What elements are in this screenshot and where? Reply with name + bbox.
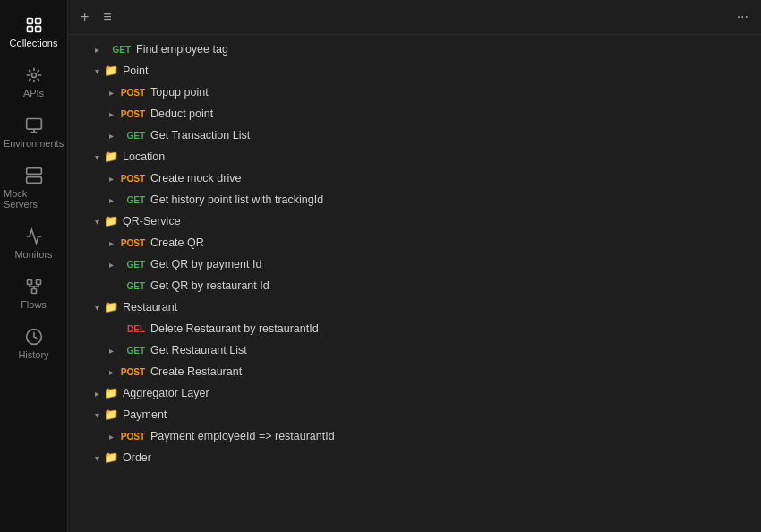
sidebar-item-collections[interactable]: Collections	[0, 7, 67, 57]
chevron-icon	[104, 343, 118, 357]
svg-rect-0	[27, 19, 32, 24]
tree-container: GET Find employee tag 📁 Point POST Topup…	[68, 35, 761, 532]
chevron-icon	[104, 429, 118, 443]
method-badge-post: POST	[118, 109, 145, 119]
sidebar-item-flows[interactable]: Flows	[0, 269, 67, 319]
method-badge-get: GET	[118, 195, 145, 205]
chevron-icon	[104, 85, 118, 99]
folder-name: Point	[123, 64, 149, 77]
chevron-icon	[90, 150, 104, 164]
folder-name: Order	[123, 451, 151, 464]
sidebar-label-monitors: Monitors	[14, 249, 52, 260]
method-badge-get: GET	[118, 281, 145, 291]
tree-item-location-folder[interactable]: 📁 Location	[68, 146, 761, 167]
sidebar-label-apis: APIs	[23, 88, 44, 99]
sidebar-label-history: History	[18, 349, 48, 360]
folder-name: Restaurant	[123, 301, 177, 313]
tree-item-get-qr-payment[interactable]: GET Get QR by payment Id	[68, 253, 761, 275]
method-badge-get: GET	[118, 346, 145, 356]
sidebar-item-apis[interactable]: APIs	[0, 57, 67, 107]
item-name: Get Transaction List	[150, 129, 250, 142]
tree-item-delete-restaurant[interactable]: DEL Delete Restaurant by restaurantId	[68, 318, 761, 339]
item-name: Deduct point	[150, 107, 213, 120]
folder-name: QR-Service	[123, 215, 181, 227]
chevron-icon	[90, 408, 104, 422]
chevron-icon	[90, 450, 104, 465]
folder-icon: 📁	[104, 408, 118, 422]
svg-rect-5	[26, 119, 41, 130]
folder-icon: 📁	[104, 64, 118, 78]
chevron-icon	[90, 214, 104, 228]
method-badge-del: DEL	[118, 324, 145, 334]
tree-item-aggregator-folder[interactable]: 📁 Aggregator Layer	[68, 382, 761, 404]
chevron-icon	[104, 128, 118, 142]
tree-item-payment-folder[interactable]: 📁 Payment	[68, 404, 761, 425]
chevron-icon	[90, 64, 104, 78]
folder-icon: 📁	[104, 214, 118, 228]
folder-icon: 📁	[104, 150, 118, 164]
sidebar-item-environments[interactable]: Environments	[0, 107, 67, 158]
chevron-icon	[104, 257, 118, 271]
add-button[interactable]: +	[77, 7, 92, 27]
chevron-icon	[90, 42, 104, 56]
tree-item-get-restaurant-list[interactable]: GET Get Restaurant List	[68, 339, 761, 361]
tree-item-create-mock-drive[interactable]: POST Create mock drive	[68, 167, 761, 189]
svg-rect-11	[36, 280, 40, 285]
folder-name: Location	[123, 150, 165, 163]
method-badge-get: GET	[104, 45, 131, 55]
svg-rect-7	[26, 177, 41, 184]
svg-point-4	[31, 73, 36, 78]
item-name: Payment employeeId => restaurantId	[150, 430, 335, 442]
sidebar-item-monitors[interactable]: Monitors	[0, 219, 67, 269]
chevron-icon	[104, 365, 118, 379]
item-name: Get Restaurant List	[150, 344, 247, 356]
item-name: Get history point list with trackingId	[150, 193, 323, 206]
method-badge-post: POST	[118, 367, 145, 377]
tree-item-create-restaurant[interactable]: POST Create Restaurant	[68, 361, 761, 382]
filter-button[interactable]: ≡	[99, 7, 115, 27]
tree-item-payment-employee[interactable]: POST Payment employeeId => restaurantId	[68, 425, 761, 447]
chevron-icon	[104, 193, 118, 207]
folder-name: Payment	[123, 408, 167, 421]
tree-item-point-folder[interactable]: 📁 Point	[68, 60, 761, 82]
sidebar-label-collections: Collections	[10, 38, 58, 48]
item-name: Create Restaurant	[150, 365, 242, 378]
method-badge-post: POST	[118, 88, 145, 98]
chevron-icon	[104, 236, 118, 250]
sidebar-label-environments: Environments	[4, 138, 64, 149]
main-panel: + ≡ ··· GET Find employee tag 📁 Point PO…	[68, 0, 761, 532]
tree-item-get-qr-restaurant[interactable]: GET Get QR by restaurant Id	[68, 275, 761, 296]
item-name: Find employee tag	[136, 43, 228, 56]
tree-item-get-transaction-list[interactable]: GET Get Transaction List	[68, 124, 761, 146]
svg-rect-12	[31, 289, 36, 294]
svg-rect-10	[27, 280, 31, 285]
chevron-icon	[104, 107, 118, 121]
method-badge-post: POST	[118, 432, 145, 442]
tree-item-create-qr[interactable]: POST Create QR	[68, 232, 761, 253]
svg-rect-6	[26, 168, 41, 175]
sidebar: Collections APIs Environments Mock Serve…	[0, 0, 68, 532]
method-badge-get: GET	[118, 260, 145, 270]
sidebar-label-mock-servers: Mock Servers	[4, 188, 64, 210]
folder-name: Aggregator Layer	[123, 387, 209, 399]
sidebar-item-mock-servers[interactable]: Mock Servers	[0, 158, 67, 219]
item-name: Get QR by restaurant Id	[150, 279, 269, 292]
method-badge-get: GET	[118, 131, 145, 141]
tree-item-topup-point[interactable]: POST Topup point	[68, 82, 761, 103]
tree-item-qr-service-folder[interactable]: 📁 QR-Service	[68, 210, 761, 232]
svg-rect-3	[35, 27, 40, 32]
tree-item-restaurant-folder[interactable]: 📁 Restaurant	[68, 296, 761, 318]
tree-item-find-employee-tag[interactable]: GET Find employee tag	[68, 39, 761, 60]
tree-item-get-history-point[interactable]: GET Get history point list with tracking…	[68, 189, 761, 210]
svg-rect-1	[35, 19, 40, 24]
tree-item-order-folder[interactable]: 📁 Order	[68, 447, 761, 468]
folder-icon: 📁	[104, 300, 118, 314]
tree-item-deduct-point[interactable]: POST Deduct point	[68, 103, 761, 124]
toolbar: + ≡ ···	[68, 0, 761, 35]
svg-rect-2	[27, 27, 32, 32]
sidebar-label-flows: Flows	[21, 299, 47, 310]
sidebar-item-history[interactable]: History	[0, 319, 67, 369]
more-options-button[interactable]: ···	[733, 7, 752, 27]
method-badge-post: POST	[118, 238, 145, 248]
item-name: Get QR by payment Id	[150, 258, 261, 270]
